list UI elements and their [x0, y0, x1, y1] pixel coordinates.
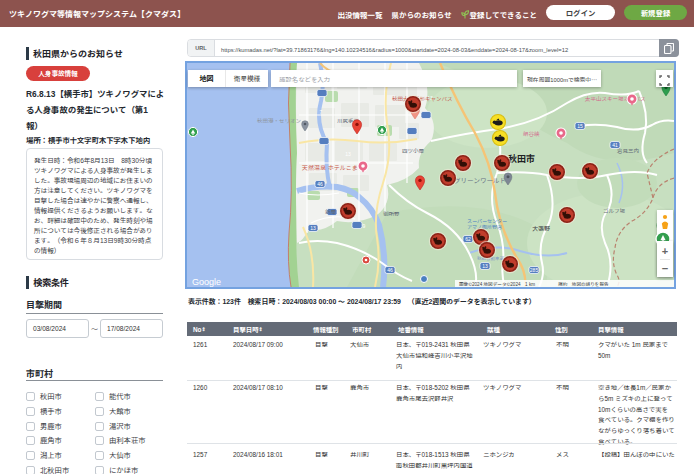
svg-text:62: 62 — [465, 236, 471, 242]
svg-text:天然温泉 ホテルこまち: 天然温泉 ホテルこまち — [302, 163, 364, 172]
svg-text:画像©2024 地図データ©2024 1 km 規約: 画像©2024 地図データ©2024 1 km 規約 地図の誤りを報告 — [459, 281, 609, 287]
svg-text:46: 46 — [387, 267, 393, 273]
svg-text:岩見三内: 岩見三内 — [617, 147, 639, 155]
svg-text:大張野: 大張野 — [532, 224, 550, 233]
svg-text:四ツ小屋: 四ツ小屋 — [402, 147, 425, 155]
svg-text:岨谷峡: 岨谷峡 — [523, 130, 540, 138]
svg-text:Google: Google — [192, 277, 221, 287]
svg-text:9: 9 — [363, 223, 366, 229]
svg-text:新屋: 新屋 — [325, 208, 337, 216]
svg-text:秋田港・セリオン: 秋田港・セリオン — [257, 117, 302, 125]
svg-text:13: 13 — [345, 151, 351, 157]
svg-text:ゴルフ場: ゴルフ場 — [603, 207, 626, 215]
svg-text:7: 7 — [320, 109, 323, 115]
svg-text:秋田大学手形キャンパス: 秋田大学手形キャンパス — [392, 95, 453, 103]
svg-text:13: 13 — [482, 263, 488, 269]
svg-text:秋田市: 秋田市 — [508, 152, 535, 165]
svg-text:285: 285 — [530, 267, 539, 273]
svg-text:御所野: 御所野 — [383, 210, 400, 218]
svg-text:グリーンワールド: グリーンワールド — [454, 175, 506, 185]
svg-text:46: 46 — [317, 181, 323, 187]
svg-text:15: 15 — [577, 123, 583, 129]
svg-text:13: 13 — [310, 225, 316, 231]
